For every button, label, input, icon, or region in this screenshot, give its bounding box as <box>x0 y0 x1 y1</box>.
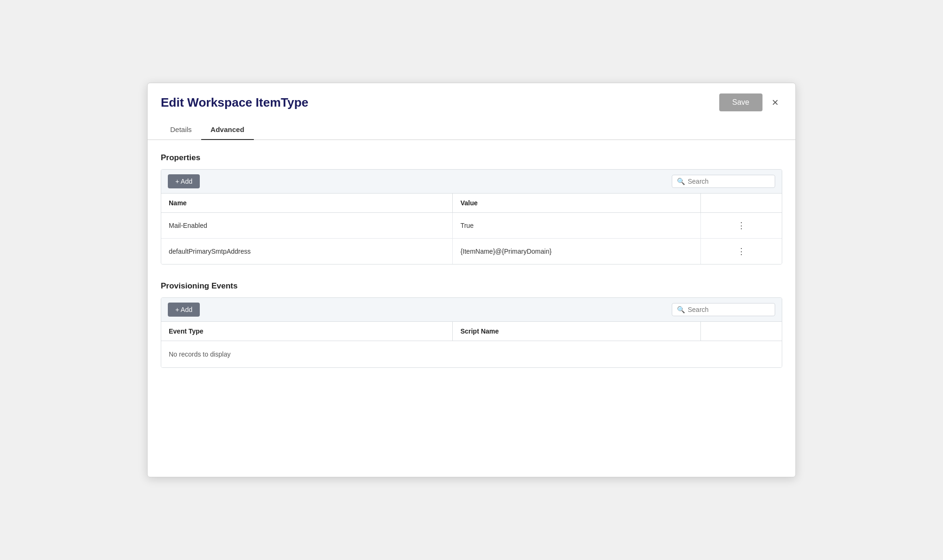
provisioning-table-container: + Add 🔍 Event Type Script Name <box>161 297 782 368</box>
properties-row2-actions: ⋮ <box>701 239 782 264</box>
properties-search-input[interactable] <box>688 178 770 185</box>
provisioning-search-input[interactable] <box>688 306 770 313</box>
properties-row2-more-button[interactable]: ⋮ <box>734 245 749 257</box>
properties-section: Properties + Add 🔍 Name Value <box>161 153 782 264</box>
provisioning-col-actions <box>701 322 782 341</box>
properties-row2-value: {ItemName}@{PrimaryDomain} <box>453 239 701 264</box>
properties-search-container: 🔍 <box>672 175 775 188</box>
properties-toolbar: + Add 🔍 <box>161 170 782 194</box>
properties-row1-actions: ⋮ <box>701 213 782 238</box>
provisioning-add-button[interactable]: + Add <box>168 303 200 317</box>
modal-title: Edit Workspace ItemType <box>161 95 308 110</box>
properties-row1-name: Mail-Enabled <box>161 213 453 238</box>
provisioning-section: Provisioning Events + Add 🔍 Event Type <box>161 281 782 368</box>
properties-row1-value: True <box>453 213 701 238</box>
properties-search-icon: 🔍 <box>677 178 685 185</box>
properties-table-header: Name Value <box>161 194 782 213</box>
properties-col-name: Name <box>161 194 453 212</box>
close-button[interactable]: × <box>768 95 782 110</box>
provisioning-col-script: Script Name <box>453 322 701 341</box>
properties-row1-more-button[interactable]: ⋮ <box>734 219 749 232</box>
properties-col-actions <box>701 194 782 212</box>
tabs-container: Details Advanced <box>148 120 795 140</box>
properties-add-button[interactable]: + Add <box>168 174 200 188</box>
provisioning-toolbar: + Add 🔍 <box>161 298 782 322</box>
table-row: Mail-Enabled True ⋮ <box>161 213 782 239</box>
tab-details[interactable]: Details <box>161 120 201 140</box>
modal-body: Properties + Add 🔍 Name Value <box>148 140 795 398</box>
properties-col-value: Value <box>453 194 701 212</box>
provisioning-col-event: Event Type <box>161 322 453 341</box>
edit-workspace-modal: Edit Workspace ItemType Save × Details A… <box>147 83 796 477</box>
table-row: defaultPrimarySmtpAddress {ItemName}@{Pr… <box>161 239 782 264</box>
modal-header: Edit Workspace ItemType Save × <box>148 83 795 120</box>
properties-table-container: + Add 🔍 Name Value <box>161 169 782 264</box>
save-button[interactable]: Save <box>719 93 762 111</box>
provisioning-title: Provisioning Events <box>161 281 782 291</box>
properties-row2-name: defaultPrimarySmtpAddress <box>161 239 453 264</box>
header-actions: Save × <box>719 93 782 111</box>
properties-title: Properties <box>161 153 782 163</box>
provisioning-table-header: Event Type Script Name <box>161 322 782 341</box>
tab-advanced[interactable]: Advanced <box>201 120 254 140</box>
no-records-message: No records to display <box>161 341 782 367</box>
provisioning-search-icon: 🔍 <box>677 306 685 313</box>
provisioning-search-container: 🔍 <box>672 303 775 316</box>
